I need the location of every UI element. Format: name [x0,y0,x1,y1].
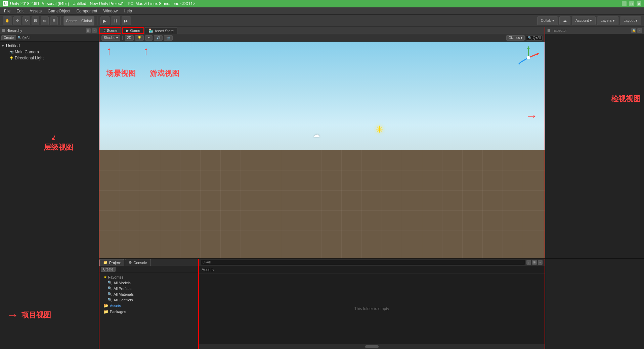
center-area: # Scene ▶ Game 🏪 Asset Store Shaded ▾ [99,27,644,349]
close-button[interactable]: ✕ [637,1,641,6]
menu-edit[interactable]: Edit [14,8,26,14]
pivot-global-btn[interactable]: Global [79,16,94,25]
rect-tool[interactable]: ▭ [41,16,49,25]
inspector-panel-title: Inspector [552,29,567,33]
tab-project[interactable]: 📁 Project [99,259,124,266]
hierarchy-panel-icon: ☰ [2,29,5,32]
pause-button[interactable]: ⏸ [111,16,120,25]
minimize-button[interactable]: ─ [622,1,627,6]
hierarchy-panel-title: Hierarchy [6,29,22,33]
project-favorites-group[interactable]: ★ Favorites [99,274,198,280]
project-all-materials[interactable]: 🔍 All Materials [99,291,198,297]
menu-help[interactable]: Help [121,8,135,14]
folder-icon: 📂 [103,303,109,308]
project-packages-folder[interactable]: 📁 Packages [99,309,198,315]
assets-search-input[interactable] [201,260,525,265]
inspector-bottom-panel [545,259,644,349]
cloud-icon: ☁ [313,131,320,139]
project-assets-folder[interactable]: 📂 Assets [99,303,198,309]
video-btn[interactable]: 📹 [164,35,173,41]
rotate-tool[interactable]: ↻ [23,16,30,25]
collab-button[interactable]: Collab ▾ [537,16,558,25]
hierarchy-toolbar: Create 🔍 Q▾All [0,34,99,42]
maximize-button[interactable]: □ [629,1,634,6]
hierarchy-header-actions: ⊞ ≡ [86,28,97,33]
title-bar: U Unity 2018.2.6f1 Personal (64bit) - Un… [0,0,644,7]
lights-btn[interactable]: 💡 [135,35,144,41]
scrollbar-thumb[interactable] [365,345,379,348]
hierarchy-lock-btn[interactable]: ⊞ [86,28,91,33]
unity-icon: U [3,1,8,6]
assets-scrollbar[interactable] [199,344,545,349]
project-all-prefabs[interactable]: 🔍 All Prefabs [99,286,198,291]
assets-collapse-btn[interactable]: ↕ [526,260,531,265]
step-button[interactable]: ⏭ [122,16,131,25]
hierarchy-content: ▼ Untitled 📷 Main Camera 💡 Directional L… [0,42,99,349]
project-all-conflicts[interactable]: 🔍 All Conflicts [99,297,198,303]
bottom-panels: 📁 Project ⚙ Console Create ★ Favorites [99,258,644,349]
search-small-icon-2: 🔍 [108,286,112,291]
assets-filter-btn[interactable]: ⊞ [532,260,537,265]
hierarchy-item-main-camera[interactable]: 📷 Main Camera [0,49,99,55]
hierarchy-scene-root[interactable]: ▼ Untitled [0,43,99,49]
tab-asset-store[interactable]: 🏪 Asset Store [145,27,177,34]
layers-button[interactable]: Layers ▾ [597,16,618,25]
title-left: U Unity 2018.2.6f1 Personal (64bit) - Un… [3,1,195,6]
cloud-button[interactable]: ☁ [559,16,570,25]
hierarchy-search-area[interactable]: 🔍 Q▾All [17,36,30,40]
ground-grid [99,150,545,258]
scene-search[interactable]: 🔍 Q▾All [526,35,543,41]
scene-toolbar: Shaded ▾ 2D 💡 ✦ 🔊 📹 Gizmos ▾ 🔍 Q▾All [99,34,545,42]
scene-background [99,42,545,258]
menu-assets[interactable]: Assets [27,8,44,14]
game-tab-icon: ▶ [126,29,129,33]
pivot-group: Center Global [63,16,94,26]
hierarchy-menu-btn[interactable]: ≡ [92,28,97,33]
assets-panel: ↕ ⊞ ≡ Assets This folder is empty [199,259,545,349]
assets-menu-btn[interactable]: ≡ [538,260,543,265]
multi-tool[interactable]: ⊞ [50,16,58,25]
scale-tool[interactable]: ⊡ [32,16,39,25]
window-title: Unity 2018.2.6f1 Personal (64bit) - Unti… [10,1,195,6]
inspector-lock-btn[interactable]: 🔒 [631,28,636,33]
shading-mode-btn[interactable]: Shaded ▾ [101,35,120,41]
scene-tab-icon: # [103,29,105,33]
assets-toolbar: ↕ ⊞ ≡ [199,259,545,266]
2d-mode-btn[interactable]: 2D [125,35,134,41]
tab-console[interactable]: ⚙ Console [125,259,151,266]
scene-name: Untitled [6,44,20,48]
scene-tab-bar: # Scene ▶ Game 🏪 Asset Store [99,27,545,34]
audio-btn[interactable]: 🔊 [154,35,163,41]
search-small-icon-3: 🔍 [108,292,112,296]
tab-scene[interactable]: # Scene [99,27,121,34]
svg-point-6 [527,56,530,59]
sky-gradient [99,42,545,161]
menu-window[interactable]: Window [100,8,120,14]
fx-btn[interactable]: ✦ [145,35,153,41]
toolbar-right: Collab ▾ ☁ Account ▾ Layers ▾ Layout ▾ [537,16,641,25]
layout-button[interactable]: Layout ▾ [620,16,641,25]
play-button[interactable]: ▶ [100,16,110,25]
assets-toolbar-actions: ↕ ⊞ ≡ [526,260,543,265]
assets-empty-text: This folder is empty [354,306,389,311]
tab-game[interactable]: ▶ Game [122,27,144,34]
project-all-models[interactable]: 🔍 All Models [99,280,198,286]
inspector-header: ☰ Inspector 🔒 ≡ [545,27,644,34]
pivot-center-btn[interactable]: Center [64,16,79,25]
account-button[interactable]: Account ▾ [572,16,596,25]
gizmos-btn[interactable]: Gizmos ▾ [506,35,525,41]
hand-tool[interactable]: ✋ [3,16,12,25]
menu-component[interactable]: Component [74,8,100,14]
project-tab-label: Project [109,261,121,265]
menu-gameobject[interactable]: GameObject [45,8,73,14]
hierarchy-item-directional-light[interactable]: 💡 Directional Light [0,55,99,61]
toolbar-sep-2 [97,16,97,25]
search-icon: 🔍 [17,36,22,40]
project-create-btn[interactable]: Create [101,267,116,272]
inspector-panel-icon: ☰ [547,29,550,32]
menu-file[interactable]: File [1,8,13,14]
translate-tool[interactable]: ✛ [13,16,21,25]
inspector-menu-btn[interactable]: ≡ [637,28,642,33]
scene-viewport[interactable]: ✳ ☁ [99,42,545,258]
hierarchy-create-btn[interactable]: Create [1,35,16,40]
